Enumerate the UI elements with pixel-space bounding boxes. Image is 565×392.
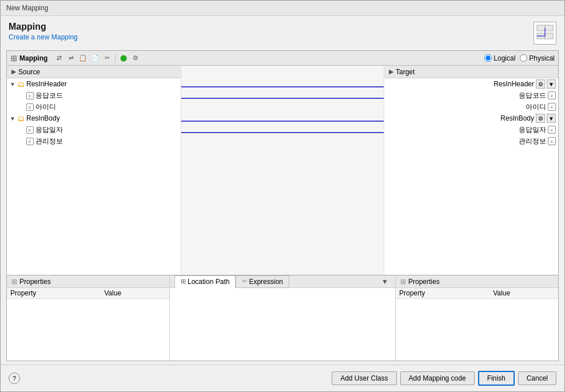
expression-dropdown[interactable]: ▼	[379, 278, 391, 286]
connector-svg	[181, 66, 384, 275]
tab-location-label: Location Path	[188, 278, 229, 286]
label-eungdabcode-tgt: 응답코드	[519, 91, 546, 101]
mapping-title-label: Mapping	[19, 54, 47, 62]
svg-rect-1	[545, 25, 553, 31]
radio-logical-input[interactable]	[484, 54, 492, 62]
tree-item-gwanliinfo-tgt[interactable]: 관리정보 c	[384, 135, 558, 147]
label-resInHeader-tgt: ResInHeader	[494, 80, 534, 88]
source-label: Source	[18, 68, 40, 76]
toolbar-icon-gear[interactable]: ⚙	[130, 53, 141, 63]
label-eungdabcode: 응답코드	[35, 91, 63, 101]
label-ahidi-tgt: 아이디	[526, 102, 546, 112]
radio-physical-input[interactable]	[520, 54, 527, 62]
source-header-icon: ▶	[11, 68, 16, 75]
svg-rect-0	[537, 25, 545, 31]
tree-item-resInHeader-tgt[interactable]: ResInHeader ⚙ ▼	[384, 78, 558, 90]
target-tree-area[interactable]: ResInHeader ⚙ ▼ 응답코드 c 아이디 c	[384, 78, 558, 275]
radio-group: Logical Physical	[484, 54, 555, 62]
props-icon-target: ⊞	[400, 278, 406, 286]
logical-label: Logical	[494, 54, 515, 62]
toolbar-icon-4[interactable]: 📄	[90, 53, 100, 63]
radio-physical[interactable]: Physical	[520, 54, 555, 62]
folder-icon-resInBody: 🗂	[16, 114, 25, 123]
expand-resInHeader-tgt[interactable]: ⚙	[536, 79, 545, 89]
label-resInBody: ResInBody	[26, 114, 60, 122]
tree-item-eungdabcode-tgt[interactable]: 응답코드 c	[384, 90, 558, 101]
location-tabs: ⊞ Location Path ✂ Expression	[174, 275, 289, 288]
expression-panel: ⊞ Location Path ✂ Expression ▼	[170, 275, 396, 361]
expand-resInBody-tgt[interactable]: ⚙	[536, 114, 545, 123]
page-title: Mapping	[9, 22, 78, 32]
svg-rect-3	[545, 33, 553, 39]
field-icon-gwanliinfo: c	[25, 137, 34, 146]
expression-content	[170, 288, 395, 361]
tree-item-gwanliinfo[interactable]: c 관리정보	[16, 135, 181, 147]
label-gwanliinfo: 관리정보	[35, 137, 63, 146]
tree-item-resInBody[interactable]: ▼ 🗂 ResInBody	[7, 113, 181, 124]
toolbar-icon-1[interactable]: ⇄	[54, 53, 64, 63]
physical-label: Physical	[529, 54, 555, 62]
create-mapping-link[interactable]: Create a new Mapping	[9, 33, 78, 41]
field-icon-eungdabdate-tgt: c	[548, 126, 556, 134]
dropdown-resInHeader-tgt[interactable]: ▼	[547, 79, 556, 89]
cancel-button[interactable]: Cancel	[518, 371, 556, 385]
header-section: Mapping Create a new Mapping	[1, 16, 564, 47]
source-props-label: Properties	[19, 278, 51, 286]
tree-item-ahidi[interactable]: c 아이디	[16, 101, 181, 113]
source-props-panel: ⊞ Properties Property Value	[7, 275, 170, 361]
label-eungdabdate: 응답일자	[35, 125, 63, 135]
target-header-icon: ▶	[389, 68, 393, 75]
mapping-toolbar: ⊞ Mapping ⇄ ⇌ 📋 📄 ✂ ⬤ ⚙ Logical	[7, 51, 558, 66]
source-props-table: Property Value	[7, 288, 169, 299]
folder-icon-resInHeader: 🗂	[16, 79, 25, 89]
mapping-icon	[534, 22, 556, 45]
middle-panel	[181, 66, 384, 275]
target-props-header: ⊞ Properties	[396, 275, 558, 288]
add-mapping-code-button[interactable]: Add Mapping code	[400, 371, 475, 385]
tree-item-ahidi-tgt[interactable]: 아이디 c	[384, 101, 558, 113]
help-icon[interactable]: ?	[9, 373, 20, 384]
tree-item-resInBody-tgt[interactable]: ResInBody ⚙ ▼	[384, 113, 558, 124]
mapping-toolbar-title: ⊞ Mapping	[10, 54, 47, 63]
field-icon-gwanliinfo-tgt: c	[548, 137, 556, 145]
window: New Mapping Mapping Create a new Mapping	[0, 0, 565, 392]
toolbar-icon-green[interactable]: ⬤	[118, 53, 129, 63]
tree-item-eungdabcode[interactable]: c 응답코드	[16, 90, 181, 101]
add-user-class-button[interactable]: Add User Class	[332, 371, 396, 385]
props-icon-source: ⊞	[11, 278, 17, 286]
toggle-resInBody[interactable]: ▼	[9, 115, 16, 122]
tree-item-eungdabdate-tgt[interactable]: 응답일자 c	[384, 124, 558, 135]
expression-header: ⊞ Location Path ✂ Expression ▼	[170, 275, 395, 288]
tree-item-eungdabdate[interactable]: c 응답일자	[16, 124, 181, 135]
header-content: Mapping Create a new Mapping	[9, 22, 78, 41]
toggle-resInHeader[interactable]: ▼	[9, 81, 16, 87]
toolbar-separator-1	[115, 54, 116, 62]
source-col-value: Value	[101, 288, 169, 299]
radio-logical[interactable]: Logical	[484, 54, 515, 62]
target-props-label: Properties	[408, 278, 440, 286]
tree-item-resInHeader[interactable]: ▼ 🗂 ResInHeader	[7, 78, 181, 90]
field-icon-ahidi: c	[25, 102, 34, 111]
finish-button[interactable]: Finish	[478, 371, 515, 386]
title-bar: New Mapping	[1, 1, 564, 16]
bottom-panels: ⊞ Properties Property Value	[7, 275, 558, 361]
target-props-panel: ⊞ Properties Property Value	[396, 275, 558, 361]
tab-expression-label: Expression	[249, 278, 282, 286]
dropdown-resInBody-tgt[interactable]: ▼	[547, 114, 556, 123]
label-eungdabdate-tgt: 응답일자	[519, 125, 546, 135]
target-col-property: Property	[396, 288, 490, 299]
source-panel: ▶ Source ▼ 🗂 ResInHeader	[7, 66, 181, 275]
target-props-table: Property Value	[396, 288, 558, 299]
toolbar-icon-5[interactable]: ✂	[102, 53, 112, 63]
mapping-icon-svg	[536, 24, 554, 42]
field-icon-ahidi-tgt: c	[548, 103, 556, 111]
mapping-content: ▶ Source ▼ 🗂 ResInHeader	[7, 66, 558, 275]
tab-expression[interactable]: ✂ Expression	[236, 275, 289, 288]
toolbar-icon-3[interactable]: 📋	[78, 53, 88, 63]
label-ahidi: 아이디	[35, 102, 56, 112]
source-tree-area[interactable]: ▼ 🗂 ResInHeader c 응답코드	[7, 78, 181, 275]
tab-location-path[interactable]: ⊞ Location Path	[174, 275, 236, 288]
toolbar-icon-2[interactable]: ⇌	[66, 53, 76, 63]
mapping-grid-icon: ⊞	[10, 54, 17, 63]
target-header: ▶ Target	[384, 66, 558, 78]
